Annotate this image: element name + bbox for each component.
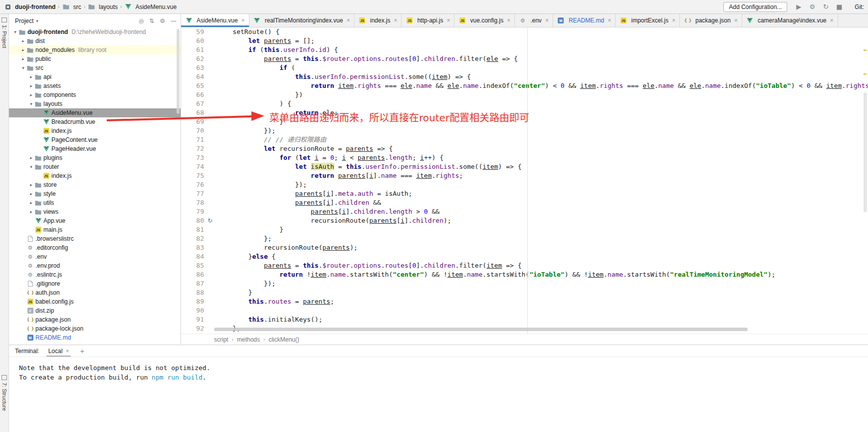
tree-item-browserslistrc[interactable]: .browserslistrc bbox=[9, 234, 181, 243]
tree-item-gitignore[interactable]: .gitignore bbox=[9, 279, 181, 288]
breadcrumb-layouts[interactable]: layouts bbox=[88, 3, 118, 10]
code-line-76[interactable]: 76 }); bbox=[181, 180, 868, 189]
tree-scrollbar[interactable] bbox=[177, 29, 180, 114]
tree-item-readme-md[interactable]: MREADME.md bbox=[9, 333, 181, 342]
chevron-right-icon[interactable]: ▸ bbox=[28, 191, 34, 196]
tree-item-eslintrc-js[interactable]: ⚙.eslintrc.js bbox=[9, 270, 181, 279]
editor-tab-cameramanage-index-vue[interactable]: cameraManage\index.vue× bbox=[742, 14, 838, 27]
update-icon[interactable]: ↻ bbox=[822, 3, 830, 10]
code-line-71[interactable]: 71 // // 递归权限路由 bbox=[181, 135, 868, 144]
line-number[interactable]: 85 bbox=[181, 261, 206, 270]
close-icon[interactable]: × bbox=[734, 17, 738, 24]
hide-icon[interactable]: — bbox=[171, 17, 177, 24]
tree-item-asidemenu-vue[interactable]: AsideMenu.vue bbox=[9, 108, 181, 117]
code-line-69[interactable]: 69 } bbox=[181, 117, 868, 126]
line-number[interactable]: 71 bbox=[181, 135, 206, 144]
editor-breadcrumb-methods[interactable]: methods bbox=[237, 336, 260, 343]
code-line-61[interactable]: 61 if (this.userInfo.id) { bbox=[181, 45, 868, 54]
tree-item-public[interactable]: ▸public bbox=[9, 54, 181, 63]
line-number[interactable]: 68 bbox=[181, 108, 206, 117]
tree-item-index-js[interactable]: JSindex.js bbox=[9, 171, 181, 180]
editor-breadcrumb-clickmenu[interactable]: clickMenu() bbox=[268, 336, 299, 343]
stripe-tab-project[interactable]: 1: Project bbox=[0, 17, 8, 48]
horizontal-scrollbar[interactable] bbox=[214, 328, 748, 331]
tree-item-package-lock-json[interactable]: { }package-lock.json bbox=[9, 324, 181, 333]
code-line-91[interactable]: 91 this.initialKeys(); bbox=[181, 315, 868, 324]
line-number[interactable]: 72 bbox=[181, 144, 206, 153]
editor-tab-env[interactable]: ⚙.env× bbox=[515, 14, 553, 27]
breadcrumb-src[interactable]: src bbox=[62, 3, 81, 10]
chevron-right-icon[interactable]: ▸ bbox=[20, 47, 26, 52]
tree-item-router[interactable]: ▾router bbox=[9, 162, 181, 171]
line-number[interactable]: 77 bbox=[181, 189, 206, 198]
tree-item-plugins[interactable]: ▸plugins bbox=[9, 153, 181, 162]
close-icon[interactable]: × bbox=[672, 17, 675, 24]
line-number[interactable]: 61 bbox=[181, 45, 206, 54]
line-number[interactable]: 91 bbox=[181, 315, 206, 324]
tree-item-style[interactable]: ▸style bbox=[9, 189, 181, 198]
tree-item-dist-zip[interactable]: Zdist.zip bbox=[9, 306, 181, 315]
tree-item-src[interactable]: ▾src bbox=[9, 63, 181, 72]
line-number[interactable]: 69 bbox=[181, 117, 206, 126]
tree-item-index-js[interactable]: JSindex.js bbox=[9, 126, 181, 135]
code-line-72[interactable]: 72 let recursionRoute = parents => { bbox=[181, 144, 868, 153]
code-line-89[interactable]: 89 this.routes = parents; bbox=[181, 297, 868, 306]
tree-item-env[interactable]: ⚙.env bbox=[9, 252, 181, 261]
tree-item-breadcrumb-vue[interactable]: Breadcrumb.vue bbox=[9, 117, 181, 126]
project-view-selector[interactable]: Project ▾ bbox=[15, 17, 38, 24]
tree-item-node-modules[interactable]: ▸node_moduleslibrary root bbox=[9, 45, 181, 54]
close-icon[interactable]: × bbox=[545, 17, 549, 24]
line-number[interactable]: 70 bbox=[181, 126, 206, 135]
code-line-64[interactable]: 64 this.userInfo.permissionList.some((it… bbox=[181, 72, 868, 81]
line-number[interactable]: 87 bbox=[181, 279, 206, 288]
close-icon[interactable]: × bbox=[65, 348, 69, 355]
code-line-67[interactable]: 67 ) { bbox=[181, 99, 868, 108]
code-line-87[interactable]: 87 }); bbox=[181, 279, 868, 288]
close-icon[interactable]: × bbox=[446, 17, 450, 24]
new-terminal-button[interactable]: + bbox=[80, 347, 84, 355]
line-number[interactable]: 89 bbox=[181, 297, 206, 306]
code-line-66[interactable]: 66 }) bbox=[181, 90, 868, 99]
tree-item-views[interactable]: ▸views bbox=[9, 207, 181, 216]
code-line-84[interactable]: 84 }else { bbox=[181, 252, 868, 261]
git-label[interactable]: Git: bbox=[855, 3, 864, 10]
code-line-65[interactable]: 65 return item.rights === ele.name && el… bbox=[181, 81, 868, 90]
code-line-63[interactable]: 63 if ( bbox=[181, 63, 868, 72]
chevron-down-icon[interactable]: ▾ bbox=[20, 65, 26, 70]
line-number[interactable]: 79 bbox=[181, 207, 206, 216]
settings-icon[interactable]: ⚙ bbox=[160, 17, 165, 24]
stripe-tab-structure[interactable]: 7: Structure bbox=[0, 375, 8, 411]
chevron-right-icon[interactable]: ▸ bbox=[28, 155, 34, 160]
code-line-60[interactable]: 60 let parents = []; bbox=[181, 36, 868, 45]
code-line-90[interactable]: 90 bbox=[181, 306, 868, 315]
warning-mark[interactable] bbox=[864, 49, 867, 51]
editor-tab-index-js[interactable]: JSindex.js× bbox=[355, 14, 402, 27]
line-number[interactable]: 82 bbox=[181, 234, 206, 243]
chevron-right-icon[interactable]: ▸ bbox=[28, 182, 34, 187]
tree-item-dist[interactable]: ▸dist bbox=[9, 36, 181, 45]
line-number[interactable]: 60 bbox=[181, 36, 206, 45]
tree-item-store[interactable]: ▸store bbox=[9, 180, 181, 189]
editor-breadcrumb-script[interactable]: script bbox=[214, 336, 228, 343]
code-line-82[interactable]: 82 }; bbox=[181, 234, 868, 243]
terminal-output[interactable]: Note that the development build is not o… bbox=[9, 357, 868, 382]
line-number[interactable]: 90 bbox=[181, 306, 206, 315]
code-line-80[interactable]: 80↻ recursionRoute(parents[i].children); bbox=[181, 216, 868, 225]
close-icon[interactable]: × bbox=[608, 17, 611, 24]
line-number[interactable]: 81 bbox=[181, 225, 206, 234]
chevron-down-icon[interactable]: ▾ bbox=[28, 101, 34, 106]
code-line-75[interactable]: 75 return parents[i].name === item.right… bbox=[181, 171, 868, 180]
tree-item-app-vue[interactable]: App.vue bbox=[9, 216, 181, 225]
code-line-73[interactable]: 73 for (let i = 0; i < parents.length; i… bbox=[181, 153, 868, 162]
line-number[interactable]: 74 bbox=[181, 162, 206, 171]
tree-item-babel-config-js[interactable]: JSbabel.config.js bbox=[9, 297, 181, 306]
chevron-right-icon[interactable]: ▸ bbox=[28, 209, 34, 214]
editor-tab-package-json[interactable]: { }package.json× bbox=[680, 14, 742, 27]
code-line-88[interactable]: 88 } bbox=[181, 288, 868, 297]
line-number[interactable]: 64 bbox=[181, 72, 206, 81]
locate-icon[interactable]: ◎ bbox=[139, 17, 144, 24]
tree-item-assets[interactable]: ▸assets bbox=[9, 81, 181, 90]
tree-item-layouts[interactable]: ▾layouts bbox=[9, 99, 181, 108]
line-number[interactable]: 84 bbox=[181, 252, 206, 261]
tree-item-pageheader-vue[interactable]: PageHeader.vue bbox=[9, 144, 181, 153]
